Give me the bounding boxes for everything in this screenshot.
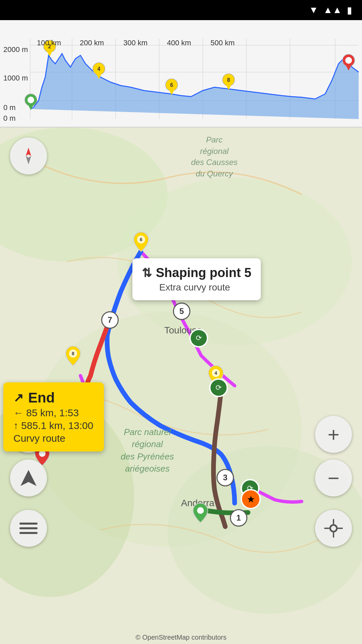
end-arrow-icon: ↗ xyxy=(13,391,23,405)
end-line-2: ↑ 585.1 km, 13:00 xyxy=(13,420,94,431)
cycle-marker-2: ⟳ xyxy=(209,378,228,397)
elev-label-x500: 500 km xyxy=(210,39,235,47)
wifi-icon: ▼ xyxy=(309,5,318,15)
svg-point-22 xyxy=(330,525,337,532)
svg-text:4: 4 xyxy=(215,370,217,376)
map-pin-6-top: 6 xyxy=(132,231,150,252)
elev-label-x200: 200 km xyxy=(80,39,104,47)
end-title: ↗ End xyxy=(13,390,94,406)
map-pin-green-start xyxy=(192,502,209,523)
cycle-marker-1: ⟳ xyxy=(189,329,208,347)
elev-label-1000: 1000 m xyxy=(3,74,28,83)
compass-button[interactable] xyxy=(10,138,47,174)
map-pin-8-left: 8 xyxy=(64,345,82,366)
svg-marker-15 xyxy=(26,156,31,164)
end-tooltip[interactable]: ↗ End ← 85 km, 1:53 ↑ 585.1 km, 13:00 Cu… xyxy=(3,382,104,451)
svg-point-12 xyxy=(197,507,204,514)
svg-text:6: 6 xyxy=(140,237,142,242)
map-label-causses: Parcrégionaldes Caussesdu Quercy xyxy=(191,134,238,179)
tooltip-subtitle: Extra curvy route xyxy=(142,282,251,293)
svg-marker-14 xyxy=(26,148,31,156)
elev-label-0m: 0 m xyxy=(3,103,16,112)
elev-label-x0: 0 m xyxy=(3,114,16,123)
navigation-button[interactable] xyxy=(10,460,47,496)
end-line-1: ← 85 km, 1:53 xyxy=(13,407,94,419)
elev-label-2000: 2000 m xyxy=(3,45,28,54)
star-marker: ★ xyxy=(241,489,261,509)
end-line-3: Curvy route xyxy=(13,433,94,444)
route-num-1: 1 xyxy=(230,509,247,527)
svg-marker-18 xyxy=(20,470,37,486)
map-area[interactable]: Parcrégionaldes Caussesdu Quercy Toulous… xyxy=(0,127,362,644)
svg-text:8: 8 xyxy=(72,351,74,356)
zoom-in-button[interactable]: + xyxy=(315,416,352,453)
route-num-5: 5 xyxy=(173,303,190,320)
shaping-icon: ⇅ xyxy=(142,266,152,280)
map-label-pyrenees: Parc naturelrégionaldes Pyrénéesariégeoi… xyxy=(121,426,174,475)
locate-button[interactable] xyxy=(315,510,352,547)
zoom-out-button[interactable]: − xyxy=(315,460,352,496)
elev-label-x100: 100 km xyxy=(37,39,61,47)
route-num-3: 3 xyxy=(217,469,234,486)
elev-label-x300: 300 km xyxy=(123,39,147,47)
battery-icon: ▮ xyxy=(347,5,352,16)
status-bar: ▼ ▲▲ ▮ xyxy=(0,0,362,20)
shaping-point-tooltip[interactable]: ⇅ Shaping point 5 Extra curvy route xyxy=(132,258,261,300)
elev-label-x400: 400 km xyxy=(167,39,191,47)
route-num-7: 7 xyxy=(101,311,119,329)
elevation-chart: 2000 m 1000 m 0 m 0 m 100 km 200 km 300 … xyxy=(0,20,362,127)
tooltip-title: ⇅ Shaping point 5 xyxy=(142,266,251,280)
map-attribution: © OpenStreetMap contributors xyxy=(135,634,227,641)
menu-button[interactable] xyxy=(10,510,47,547)
signal-icon: ▲▲ xyxy=(323,5,342,15)
